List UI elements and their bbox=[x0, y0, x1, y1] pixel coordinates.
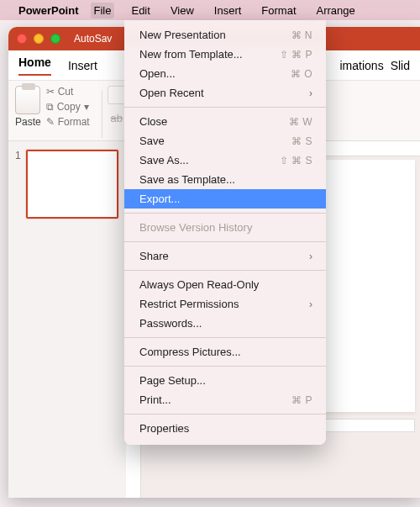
menu-item-label: Passwords... bbox=[139, 317, 202, 330]
menu-separator bbox=[124, 366, 326, 367]
menu-item-label: Open Recent bbox=[139, 87, 204, 99]
separator bbox=[102, 91, 102, 138]
menu-edit[interactable]: Edit bbox=[128, 3, 153, 18]
menu-shortcut: ⌘ O bbox=[291, 68, 312, 80]
scissors-icon: ✂ bbox=[46, 86, 55, 98]
cut-button[interactable]: ✂ Cut bbox=[46, 86, 90, 98]
menu-item-properties[interactable]: Properties bbox=[124, 419, 326, 438]
format-painter-button[interactable]: ✎ Format bbox=[46, 116, 90, 128]
thumbnail-1[interactable]: 1 bbox=[15, 150, 119, 219]
menu-item-always-open-read-only[interactable]: Always Open Read-Only bbox=[124, 275, 326, 294]
menu-shortcut: ⌘ W bbox=[289, 116, 312, 128]
menu-item-restrict-permissions[interactable]: Restrict Permissions› bbox=[124, 294, 326, 314]
tab-insert[interactable]: Insert bbox=[68, 59, 97, 72]
menu-item-label: Open... bbox=[139, 67, 176, 80]
chevron-right-icon: › bbox=[309, 298, 312, 310]
copy-label: Copy bbox=[57, 101, 81, 113]
menu-format[interactable]: Format bbox=[258, 3, 299, 18]
menu-item-label: Close bbox=[139, 115, 167, 128]
menu-item-open-recent[interactable]: Open Recent› bbox=[124, 83, 326, 103]
menu-item-label: Page Setup... bbox=[139, 374, 206, 387]
menu-item-new-presentation[interactable]: New Presentation⌘ N bbox=[124, 25, 326, 45]
menu-item-label: Compress Pictures... bbox=[139, 346, 241, 358]
menu-item-label: Export... bbox=[139, 193, 180, 205]
menu-separator bbox=[124, 107, 326, 108]
cut-label: Cut bbox=[58, 86, 74, 98]
menu-item-label: Print... bbox=[139, 393, 171, 406]
window-minimize-button[interactable] bbox=[34, 34, 44, 44]
menu-item-label: Always Open Read-Only bbox=[139, 278, 259, 291]
chevron-right-icon: › bbox=[309, 251, 312, 262]
menu-view[interactable]: View bbox=[167, 3, 197, 18]
menu-item-browse-version-history: Browse Version History bbox=[124, 218, 326, 237]
menu-separator bbox=[124, 270, 326, 271]
chevron-down-icon: ▾ bbox=[84, 101, 89, 113]
menu-separator bbox=[124, 414, 326, 415]
copy-button[interactable]: ⧉ Copy ▾ bbox=[46, 101, 90, 113]
menu-file[interactable]: File bbox=[91, 3, 115, 18]
clipboard-actions: ✂ Cut ⧉ Copy ▾ ✎ Format bbox=[46, 86, 90, 128]
menu-item-close[interactable]: Close⌘ W bbox=[124, 112, 326, 131]
mac-menubar: PowerPoint File Edit View Insert Format … bbox=[0, 0, 420, 20]
menu-item-label: Share bbox=[139, 250, 169, 262]
menu-item-save-as[interactable]: Save As...⇧ ⌘ S bbox=[124, 151, 326, 170]
menu-item-share[interactable]: Share› bbox=[124, 246, 326, 266]
menu-item-label: Save bbox=[139, 135, 165, 147]
paste-label: Paste bbox=[15, 116, 41, 128]
file-menu-dropdown: New Presentation⌘ NNew from Template...⇧… bbox=[124, 20, 326, 445]
menu-item-save-as-template[interactable]: Save as Template... bbox=[124, 170, 326, 189]
menu-insert[interactable]: Insert bbox=[211, 3, 245, 18]
menu-separator bbox=[124, 241, 326, 242]
window-close-button[interactable] bbox=[17, 34, 27, 44]
chevron-right-icon: › bbox=[309, 87, 312, 99]
menu-arrange[interactable]: Arrange bbox=[313, 3, 359, 18]
thumbnail-index: 1 bbox=[15, 150, 21, 219]
tab-slideshow[interactable]: Slid bbox=[391, 59, 410, 72]
menu-item-label: Save as Template... bbox=[139, 173, 235, 186]
autosave-label: AutoSav bbox=[74, 33, 112, 45]
menu-shortcut: ⌘ N bbox=[291, 29, 313, 41]
thumbnail-preview bbox=[26, 150, 118, 219]
menu-item-label: New from Template... bbox=[139, 48, 243, 61]
menu-item-label: Browse Version History bbox=[139, 221, 252, 234]
menu-item-save[interactable]: Save⌘ S bbox=[124, 131, 326, 151]
menu-item-label: Properties bbox=[139, 422, 189, 435]
menu-item-compress-pictures[interactable]: Compress Pictures... bbox=[124, 342, 326, 362]
paintbrush-icon: ✎ bbox=[46, 116, 55, 128]
menu-item-label: Restrict Permissions bbox=[139, 298, 239, 310]
menu-item-print[interactable]: Print...⌘ P bbox=[124, 390, 326, 409]
menu-item-new-from-template[interactable]: New from Template...⇧ ⌘ P bbox=[124, 45, 326, 64]
menu-item-export[interactable]: Export... bbox=[124, 189, 326, 209]
format-label: Format bbox=[58, 116, 90, 128]
tab-home[interactable]: Home bbox=[18, 55, 51, 76]
menu-shortcut: ⇧ ⌘ S bbox=[280, 155, 312, 166]
menu-item-passwords[interactable]: Passwords... bbox=[124, 314, 326, 333]
menu-item-label: New Presentation bbox=[139, 29, 226, 41]
clipboard-icon bbox=[15, 86, 40, 114]
menu-shortcut: ⌘ S bbox=[291, 135, 312, 147]
menu-shortcut: ⇧ ⌘ P bbox=[280, 49, 312, 61]
tab-animations[interactable]: imations bbox=[340, 59, 384, 72]
slide-thumbnails-panel: 1 bbox=[8, 141, 126, 498]
window-zoom-button[interactable] bbox=[50, 34, 60, 44]
strikethrough-button[interactable]: ab bbox=[108, 109, 126, 126]
menu-item-open[interactable]: Open...⌘ O bbox=[124, 64, 326, 83]
menu-separator bbox=[124, 213, 326, 214]
app-name[interactable]: PowerPoint bbox=[18, 4, 79, 17]
menu-separator bbox=[124, 337, 326, 338]
copy-icon: ⧉ bbox=[46, 101, 54, 113]
menu-item-label: Save As... bbox=[139, 154, 189, 166]
paste-button[interactable]: Paste bbox=[15, 86, 41, 128]
menu-item-page-setup[interactable]: Page Setup... bbox=[124, 371, 326, 390]
menu-shortcut: ⌘ P bbox=[291, 394, 312, 406]
